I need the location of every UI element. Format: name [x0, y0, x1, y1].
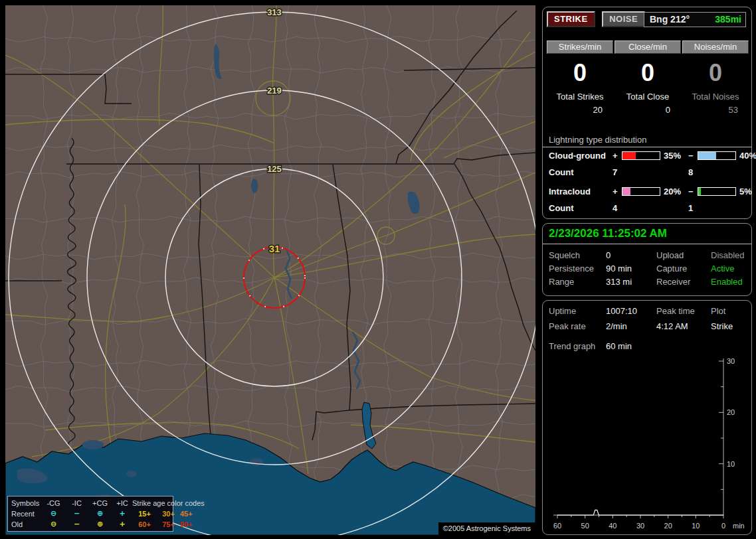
- legend-age-header: Strike age color codes: [132, 498, 180, 508]
- capture-label: Capture: [656, 264, 711, 273]
- total-strikes-label: Total Strikes: [547, 92, 613, 102]
- minus-sign: −: [688, 187, 698, 196]
- squelch-label: Squelch: [549, 250, 606, 260]
- datetime-divider: [543, 244, 751, 244]
- strikes-counter: Strikes/min 0 Total Strikes 20: [547, 40, 613, 115]
- total-noises-label: Total Noises: [682, 92, 749, 102]
- map-canvas: 313 219 125 31: [5, 5, 535, 535]
- legend-old-label: Old: [8, 519, 41, 530]
- persistence-value: 90 min: [606, 264, 656, 273]
- svg-text:30: 30: [636, 522, 644, 530]
- legend-neg-cg-header: -CG: [41, 498, 66, 508]
- cloud-ground-count-row: Count 7 8: [549, 167, 748, 177]
- close-per-min-button[interactable]: Close/min: [614, 40, 681, 54]
- ic-negative-percent: 5%: [736, 187, 756, 196]
- intracloud-count-row: Count 4 1: [549, 203, 748, 213]
- old-neg-cg-icon: ⊖: [41, 519, 66, 530]
- peak-time-label: Peak time: [656, 306, 711, 316]
- ic-positive-count: 4: [613, 203, 688, 213]
- noises-per-min-button[interactable]: Noises/min: [682, 40, 749, 54]
- cg-negative-percent: 40%: [736, 151, 756, 161]
- total-strikes-value: 20: [547, 105, 613, 115]
- receiver-label: Receiver: [656, 277, 711, 287]
- recent-pos-ic-icon: +: [112, 508, 132, 519]
- svg-text:30: 30: [727, 357, 735, 365]
- noise-toggle-button[interactable]: NOISE: [602, 11, 645, 27]
- ic-negative-count: 1: [688, 203, 748, 213]
- strikes-per-min-button[interactable]: Strikes/min: [547, 40, 613, 54]
- age-60: 60+: [132, 519, 157, 530]
- copyright-notice: ©2005 Astrogenic Systems: [438, 522, 535, 535]
- age-30: 30+: [157, 508, 180, 519]
- range-label: Range: [549, 277, 606, 287]
- capture-status: Active: [711, 264, 748, 273]
- session-row: Peak rate 2/min 4:12 AM Strike: [549, 321, 748, 331]
- minus-sign: −: [688, 151, 698, 161]
- age-45: 45+: [180, 508, 199, 519]
- svg-text:10: 10: [692, 522, 700, 530]
- total-close-label: Total Close: [614, 92, 681, 102]
- plot-label: Plot: [711, 306, 748, 316]
- svg-text:20: 20: [664, 522, 672, 530]
- age-90: 90+: [180, 519, 199, 530]
- bearing-readout: Bng 212° 385mi: [644, 12, 746, 27]
- app-window: 313 219 125 31 Symbols -CG -IC +CG +IC S…: [0, 0, 756, 539]
- plot-mode-value: Strike: [711, 321, 748, 331]
- upload-status: Disabled: [711, 250, 748, 260]
- uptime-label: Uptime: [549, 306, 606, 316]
- mode-toggles: STRIKE NOISE: [547, 11, 645, 27]
- upload-label: Upload: [656, 250, 711, 260]
- close-counter: Close/min 0 Total Close 0: [614, 40, 681, 115]
- old-neg-ic-icon: −: [66, 519, 88, 530]
- ring-label-31: 31: [269, 243, 280, 254]
- persistence-label: Persistence: [549, 264, 606, 273]
- legend-neg-ic-header: -IC: [66, 498, 88, 508]
- distribution-divider: [543, 147, 751, 147]
- age-75: 75+: [157, 519, 180, 530]
- cg-positive-count: 7: [613, 167, 688, 177]
- symbol-legend: Symbols -CG -IC +CG +IC Strike age color…: [7, 496, 173, 532]
- recent-neg-ic-icon: −: [66, 508, 88, 519]
- cg-negative-count: 8: [688, 167, 748, 177]
- svg-text:0: 0: [721, 522, 725, 530]
- side-panel: STRIKE NOISE Bng 212° 385mi Strikes/min …: [539, 0, 756, 539]
- status-box: 2/23/2026 11:25:02 AM Squelch 0 Upload D…: [542, 223, 752, 296]
- trend-graph-label: Trend graph: [549, 341, 606, 351]
- peak-rate-value: 2/min: [606, 321, 656, 331]
- counters-box: STRIKE NOISE Bng 212° 385mi Strikes/min …: [542, 7, 752, 219]
- svg-text:40: 40: [609, 522, 616, 530]
- svg-text:50: 50: [581, 522, 589, 530]
- svg-text:20: 20: [727, 408, 735, 416]
- cg-negative-bar: [698, 151, 736, 160]
- legend-pos-ic-header: +IC: [112, 498, 132, 508]
- trend-row: Trend graph 60 min: [549, 341, 748, 351]
- plus-sign: +: [613, 151, 622, 161]
- legend-symbols-header: Symbols: [8, 498, 41, 508]
- strikes-rate-value: 0: [547, 59, 613, 87]
- status-row: Range 313 mi Receiver Enabled: [549, 277, 748, 287]
- close-rate-value: 0: [614, 59, 681, 87]
- radar-map[interactable]: 313 219 125 31 Symbols -CG -IC +CG +IC S…: [5, 5, 535, 535]
- status-row: Squelch 0 Upload Disabled: [549, 250, 748, 260]
- cloud-ground-row: Cloud-ground + 35% − 40%: [549, 151, 748, 161]
- bearing-distance: 385mi: [715, 14, 741, 25]
- squelch-value: 0: [606, 250, 656, 260]
- ring-label-219: 219: [267, 86, 282, 96]
- count-label: Count: [549, 203, 613, 213]
- svg-text:10: 10: [727, 460, 735, 468]
- range-value: 313 mi: [606, 277, 656, 287]
- bearing-value: Bng 212°: [650, 14, 690, 25]
- age-15: 15+: [132, 508, 157, 519]
- ring-label-125: 125: [267, 164, 282, 174]
- peak-rate-label: Peak rate: [549, 321, 606, 331]
- cloud-ground-label: Cloud-ground: [549, 151, 613, 161]
- session-row: Uptime 1007:10 Peak time Plot: [549, 306, 748, 316]
- datetime-display: 2/23/2026 11:25:02 AM: [549, 227, 667, 240]
- noises-rate-value: 0: [682, 59, 749, 87]
- strike-toggle-button[interactable]: STRIKE: [547, 11, 595, 27]
- peak-time-value: 4:12 AM: [656, 321, 711, 331]
- ic-positive-bar: [622, 187, 660, 196]
- svg-text:60: 60: [553, 522, 561, 530]
- legend-recent-label: Recent: [8, 508, 41, 519]
- distribution-title: Lightning type distribution: [549, 135, 646, 145]
